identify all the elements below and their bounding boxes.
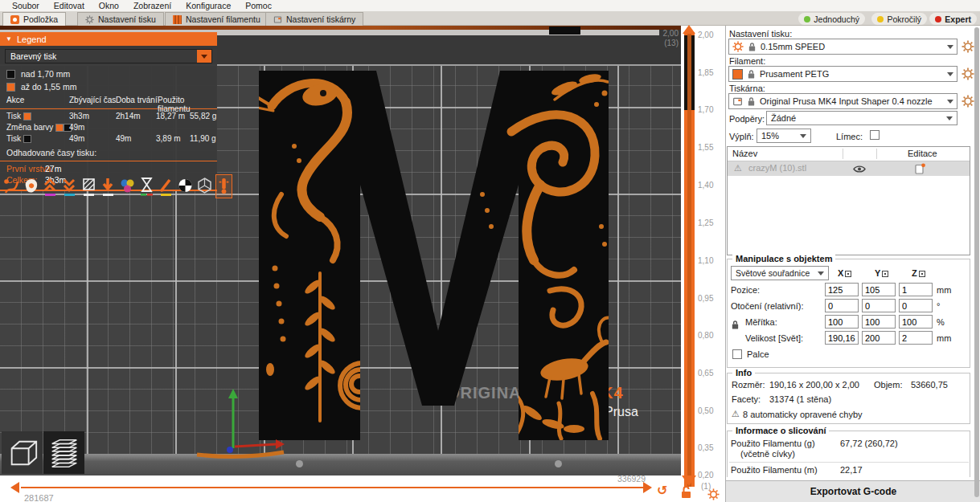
bottom-strip: [0, 475, 681, 502]
tab-nastaveni-tiskarny[interactable]: Nastavení tiskárny: [265, 12, 363, 26]
size-y-input[interactable]: [862, 331, 896, 345]
filament-gear-button[interactable]: [962, 67, 974, 80]
tab-podlozka[interactable]: Podložka: [2, 12, 66, 26]
mode-jednoduchy[interactable]: Jednoduchý: [798, 13, 865, 25]
axis-icon[interactable]: [919, 271, 925, 277]
legend-table: Akce Zbývající čas Doba trvání Použito f…: [0, 96, 217, 145]
menu-zobrazeni[interactable]: Zobrazení: [126, 1, 178, 10]
rotation-y-input[interactable]: [862, 299, 896, 312]
size-x-input[interactable]: [825, 331, 859, 345]
revert-icon[interactable]: ↺: [657, 484, 667, 497]
export-gcode-button[interactable]: Exportovat G-code: [726, 480, 980, 502]
infill-icon[interactable]: [100, 174, 117, 198]
mode-expert[interactable]: Expert: [929, 13, 977, 25]
edit-icon[interactable]: [915, 163, 925, 174]
scale-x-input[interactable]: [825, 315, 859, 329]
perimeters-icon[interactable]: [23, 174, 39, 198]
filament-combo[interactable]: Prusament PETG: [728, 66, 957, 82]
unlock-icon[interactable]: [680, 485, 692, 499]
layer-slider-upper-thumb[interactable]: [683, 25, 695, 34]
eye-icon[interactable]: [853, 165, 866, 173]
infill-select[interactable]: 15%: [757, 129, 811, 143]
filament-used-g-label: Použito Filamentu (g): [731, 439, 815, 448]
3d-viewport[interactable]: ORIGINA K4 Prusa: [0, 26, 681, 475]
lower-layers-icon[interactable]: [61, 174, 78, 198]
seams-icon[interactable]: [215, 174, 232, 198]
filament-used-g-value: 67,72 (260,72): [840, 439, 898, 448]
move-slider-left-arrow[interactable]: [10, 482, 19, 493]
travel-path-icon[interactable]: [3, 174, 20, 198]
slider-settings-gear-icon[interactable]: [707, 488, 720, 500]
filament-used-g-sub: (včetně cívky): [740, 449, 795, 459]
view-layers-button[interactable]: [43, 431, 84, 474]
raise-layers-icon[interactable]: [42, 174, 59, 198]
color-swatch: [23, 112, 31, 120]
object-row[interactable]: ⚠ crazyM (10).stl: [728, 161, 970, 176]
menu-editovat[interactable]: Editovat: [47, 1, 92, 10]
collapse-triangle-icon: ▼: [6, 35, 12, 43]
move-slider-right-arrow[interactable]: [643, 482, 652, 493]
layer-tick: 1,55: [698, 143, 713, 152]
sidebar-scrollbar[interactable]: [974, 27, 979, 497]
pattern-icon[interactable]: [80, 174, 97, 198]
volume-value: 53660,75: [911, 380, 948, 390]
legend-range-below: až do 1,55 mm: [0, 80, 217, 93]
axis-icon[interactable]: [882, 271, 888, 277]
supports-select[interactable]: Žádné: [766, 111, 957, 125]
legend-table-row: Tisk 49m 49m 3,89 m 11,90 g: [0, 134, 217, 145]
plater-icon: [10, 15, 19, 24]
custom-gcode-icon[interactable]: [158, 174, 174, 198]
brim-checkbox[interactable]: [870, 130, 880, 140]
scale-y-input[interactable]: [862, 315, 896, 329]
print-settings-combo[interactable]: 0.15mm SPEED: [728, 39, 957, 55]
uniform-scale-lock-icon[interactable]: [731, 320, 740, 330]
move-slider-track[interactable]: [21, 487, 645, 488]
mode-pokrocily[interactable]: Pokročilý: [871, 13, 927, 25]
wireframe-icon[interactable]: [196, 174, 213, 198]
layer-tick: 1,25: [698, 218, 713, 227]
view-mode-dropdown[interactable]: Barevný tisk: [5, 49, 212, 63]
legend-colors-icon[interactable]: [177, 174, 194, 198]
legend-table-row: Změna barvy 49m: [0, 123, 217, 134]
coordinate-system-select[interactable]: Světové souřadnice: [731, 266, 829, 280]
position-y-input[interactable]: [862, 283, 896, 296]
tab-nastaveni-tisku[interactable]: Nastavení tisku: [77, 12, 164, 26]
warning-icon: ⚠: [734, 163, 742, 173]
info-group: Info Rozměr: 190,16 x 200,00 x 2,00 Obje…: [727, 373, 970, 424]
tab-bar: Podložka Nastavení tisku Nastavení filam…: [0, 11, 980, 26]
menu-konfigurace[interactable]: Konfigurace: [178, 1, 238, 10]
warning-icon: ⚠: [732, 409, 740, 419]
inches-checkbox[interactable]: [732, 349, 742, 359]
color-changes-icon[interactable]: [119, 174, 136, 198]
position-x-input[interactable]: [825, 283, 859, 296]
object-manipulation-group: Manipulace s objektem Světové souřadnice…: [727, 259, 970, 368]
layer-slider-top-layer: (13): [654, 39, 679, 47]
printer-combo[interactable]: Original Prusa MK4 Input Shaper 0.4 nozz…: [728, 93, 957, 109]
menu-pomoc[interactable]: Pomoc: [238, 1, 279, 10]
facets-value: 31374 (1 stěna): [769, 394, 831, 404]
rotation-z-input[interactable]: [899, 299, 933, 312]
tab-nastaveni-filamentu[interactable]: Nastavení filamentu: [165, 12, 269, 26]
axis-icon[interactable]: [845, 271, 851, 277]
position-z-input[interactable]: [899, 283, 933, 296]
dropdown-arrow-icon[interactable]: [197, 50, 211, 63]
estimated-time-icon[interactable]: [138, 174, 155, 198]
repaired-errors-text: 8 automaticky opravené chyby: [743, 410, 863, 419]
layer-tick: 1,10: [698, 256, 713, 265]
color-swatch: [55, 124, 64, 132]
layer-tick: 0,50: [698, 406, 713, 415]
view-3d-button[interactable]: [2, 431, 43, 474]
legend-header[interactable]: ▼ Legend: [0, 32, 217, 46]
printer-gear-button[interactable]: [962, 95, 974, 108]
size-z-input[interactable]: [899, 331, 933, 345]
scale-z-input[interactable]: [899, 315, 933, 329]
layer-tick: 0,35: [698, 443, 713, 452]
print-settings-gear-button[interactable]: [962, 40, 974, 53]
gear-icon: [732, 41, 744, 52]
layer-slider-black-range: [684, 35, 695, 110]
menu-soubor[interactable]: Soubor: [5, 1, 47, 10]
color-swatch: [6, 83, 15, 92]
rotation-x-input[interactable]: [825, 299, 859, 312]
menu-okno[interactable]: Okno: [92, 1, 126, 10]
layer-tick: 0,20: [698, 471, 713, 480]
